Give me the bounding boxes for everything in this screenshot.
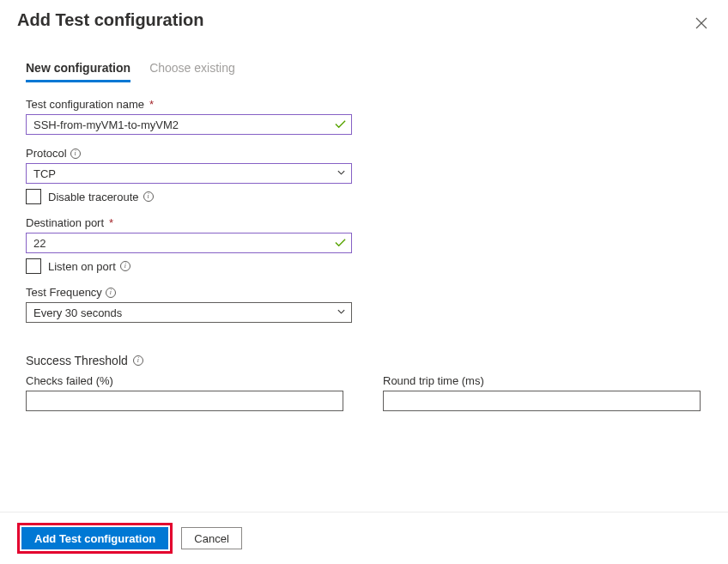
rtt-input[interactable] [383,391,701,411]
panel-title: Add Test configuration [17,10,203,30]
add-test-configuration-button[interactable]: Add Test configuration [21,527,168,549]
info-icon[interactable]: i [133,355,143,366]
required-indicator: * [149,98,154,111]
protocol-select[interactable]: TCP [26,163,352,184]
test-frequency-label: Test Frequency i [26,286,711,299]
test-config-name-label: Test configuration name* [26,98,711,111]
required-indicator: * [109,216,113,229]
protocol-label: Protocol i [26,147,711,160]
test-frequency-select[interactable]: Every 30 seconds [26,302,352,323]
listen-on-port-checkbox[interactable] [26,258,41,274]
tab-new-configuration[interactable]: New configuration [26,61,130,82]
checks-failed-label: Checks failed (%) [26,374,343,387]
close-icon [695,17,707,29]
disable-traceroute-label: Disable traceroute i [48,191,154,203]
info-icon[interactable]: i [106,288,116,298]
info-icon[interactable]: i [70,149,81,159]
tab-choose-existing[interactable]: Choose existing [149,61,235,82]
info-icon[interactable]: i [143,191,154,202]
destination-port-input[interactable] [26,233,352,253]
success-threshold-heading: Success Threshold i [26,354,711,367]
destination-port-label: Destination port* [26,216,711,229]
footer-actions: Add Test configuration Cancel [0,512,728,564]
checks-failed-input[interactable] [26,391,343,411]
cancel-button[interactable]: Cancel [181,527,241,549]
info-icon[interactable]: i [120,261,130,271]
test-config-name-input[interactable] [26,114,352,135]
disable-traceroute-checkbox[interactable] [26,189,41,204]
highlight-box: Add Test configuration [17,523,173,554]
listen-on-port-label: Listen on port i [48,260,130,273]
close-button[interactable] [692,14,711,35]
rtt-label: Round trip time (ms) [383,374,701,387]
tab-bar: New configuration Choose existing [17,61,711,82]
